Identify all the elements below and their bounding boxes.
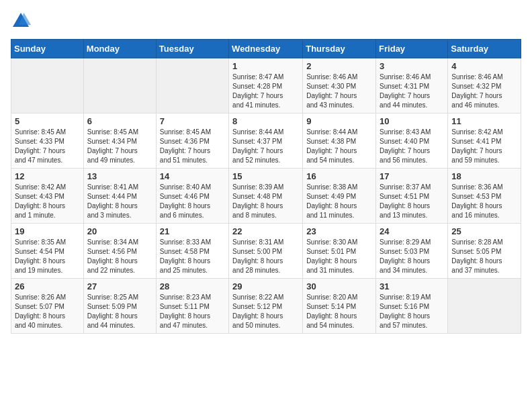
day-info: Sunrise: 8:40 AM Sunset: 4:46 PM Dayligh… — [160, 183, 225, 220]
day-info: Sunrise: 8:44 AM Sunset: 4:37 PM Dayligh… — [232, 128, 299, 165]
day-info: Sunrise: 8:35 AM Sunset: 4:54 PM Dayligh… — [15, 238, 80, 275]
calendar-cell: 3Sunrise: 8:46 AM Sunset: 4:31 PM Daylig… — [376, 58, 448, 113]
day-info: Sunrise: 8:42 AM Sunset: 4:41 PM Dayligh… — [451, 128, 517, 165]
day-info: Sunrise: 8:41 AM Sunset: 4:44 PM Dayligh… — [87, 183, 152, 220]
calendar-cell: 1Sunrise: 8:47 AM Sunset: 4:28 PM Daylig… — [229, 58, 303, 113]
day-number: 21 — [160, 226, 225, 236]
calendar-cell: 10Sunrise: 8:43 AM Sunset: 4:40 PM Dayli… — [376, 113, 448, 169]
day-number: 27 — [87, 281, 152, 291]
weekday-header: Tuesday — [156, 40, 228, 58]
day-info: Sunrise: 8:47 AM Sunset: 4:28 PM Dayligh… — [232, 73, 299, 110]
day-number: 16 — [306, 171, 372, 181]
calendar-week-row: 1Sunrise: 8:47 AM Sunset: 4:28 PM Daylig… — [11, 58, 521, 113]
calendar-cell: 19Sunrise: 8:35 AM Sunset: 4:54 PM Dayli… — [11, 224, 84, 279]
calendar-cell: 31Sunrise: 8:19 AM Sunset: 5:16 PM Dayli… — [376, 279, 448, 334]
calendar-cell — [156, 58, 228, 113]
calendar-cell: 9Sunrise: 8:44 AM Sunset: 4:38 PM Daylig… — [303, 113, 376, 169]
day-info: Sunrise: 8:19 AM Sunset: 5:16 PM Dayligh… — [380, 293, 444, 330]
calendar-week-row: 5Sunrise: 8:45 AM Sunset: 4:33 PM Daylig… — [11, 113, 521, 169]
day-number: 15 — [232, 171, 299, 181]
calendar-cell: 4Sunrise: 8:46 AM Sunset: 4:32 PM Daylig… — [448, 58, 521, 113]
calendar-cell: 24Sunrise: 8:29 AM Sunset: 5:03 PM Dayli… — [376, 224, 448, 279]
calendar-cell: 8Sunrise: 8:44 AM Sunset: 4:37 PM Daylig… — [229, 113, 303, 169]
day-info: Sunrise: 8:44 AM Sunset: 4:38 PM Dayligh… — [306, 128, 372, 165]
day-info: Sunrise: 8:38 AM Sunset: 4:49 PM Dayligh… — [306, 183, 372, 220]
calendar-cell: 29Sunrise: 8:22 AM Sunset: 5:12 PM Dayli… — [229, 279, 303, 334]
day-number: 3 — [380, 61, 444, 71]
day-info: Sunrise: 8:25 AM Sunset: 5:09 PM Dayligh… — [87, 293, 152, 330]
calendar-cell: 12Sunrise: 8:42 AM Sunset: 4:43 PM Dayli… — [11, 169, 84, 224]
day-info: Sunrise: 8:46 AM Sunset: 4:31 PM Dayligh… — [380, 73, 444, 110]
day-info: Sunrise: 8:45 AM Sunset: 4:36 PM Dayligh… — [160, 128, 225, 165]
day-number: 28 — [160, 281, 225, 291]
weekday-header: Wednesday — [229, 40, 303, 58]
day-number: 4 — [451, 61, 517, 71]
day-info: Sunrise: 8:20 AM Sunset: 5:14 PM Dayligh… — [306, 293, 372, 330]
calendar-cell: 2Sunrise: 8:46 AM Sunset: 4:30 PM Daylig… — [303, 58, 376, 113]
day-number: 8 — [232, 116, 299, 126]
day-info: Sunrise: 8:33 AM Sunset: 4:58 PM Dayligh… — [160, 238, 225, 275]
weekday-header: Friday — [376, 40, 448, 58]
day-number: 5 — [15, 116, 80, 126]
day-number: 10 — [380, 116, 444, 126]
weekday-header: Thursday — [303, 40, 376, 58]
calendar-cell: 27Sunrise: 8:25 AM Sunset: 5:09 PM Dayli… — [83, 279, 156, 334]
day-info: Sunrise: 8:31 AM Sunset: 5:00 PM Dayligh… — [232, 238, 299, 275]
day-info: Sunrise: 8:42 AM Sunset: 4:43 PM Dayligh… — [15, 183, 80, 220]
calendar-cell: 7Sunrise: 8:45 AM Sunset: 4:36 PM Daylig… — [156, 113, 228, 169]
day-number: 9 — [306, 116, 372, 126]
calendar-cell: 15Sunrise: 8:39 AM Sunset: 4:48 PM Dayli… — [229, 169, 303, 224]
calendar-header-row: SundayMondayTuesdayWednesdayThursdayFrid… — [11, 40, 521, 58]
day-number: 17 — [380, 171, 444, 181]
weekday-header: Saturday — [448, 40, 521, 58]
calendar-table: SundayMondayTuesdayWednesdayThursdayFrid… — [11, 39, 521, 334]
day-info: Sunrise: 8:43 AM Sunset: 4:40 PM Dayligh… — [380, 128, 444, 165]
day-number: 11 — [451, 116, 517, 126]
day-number: 26 — [15, 281, 80, 291]
calendar-cell: 18Sunrise: 8:36 AM Sunset: 4:53 PM Dayli… — [448, 169, 521, 224]
day-info: Sunrise: 8:45 AM Sunset: 4:33 PM Dayligh… — [15, 128, 80, 165]
day-info: Sunrise: 8:46 AM Sunset: 4:32 PM Dayligh… — [451, 73, 517, 110]
page-header — [11, 11, 521, 31]
calendar-cell — [11, 58, 84, 113]
day-number: 25 — [451, 226, 517, 236]
calendar-cell: 22Sunrise: 8:31 AM Sunset: 5:00 PM Dayli… — [229, 224, 303, 279]
calendar-cell: 25Sunrise: 8:28 AM Sunset: 5:05 PM Dayli… — [448, 224, 521, 279]
day-number: 7 — [160, 116, 225, 126]
day-info: Sunrise: 8:46 AM Sunset: 4:30 PM Dayligh… — [306, 73, 372, 110]
day-number: 12 — [15, 171, 80, 181]
calendar-cell: 14Sunrise: 8:40 AM Sunset: 4:46 PM Dayli… — [156, 169, 228, 224]
calendar-cell: 6Sunrise: 8:45 AM Sunset: 4:34 PM Daylig… — [83, 113, 156, 169]
day-number: 1 — [232, 61, 299, 71]
calendar-cell — [448, 279, 521, 334]
day-number: 19 — [15, 226, 80, 236]
calendar-week-row: 19Sunrise: 8:35 AM Sunset: 4:54 PM Dayli… — [11, 224, 521, 279]
day-number: 20 — [87, 226, 152, 236]
day-info: Sunrise: 8:23 AM Sunset: 5:11 PM Dayligh… — [160, 293, 225, 330]
logo-icon — [11, 11, 31, 31]
calendar-week-row: 26Sunrise: 8:26 AM Sunset: 5:07 PM Dayli… — [11, 279, 521, 334]
calendar-cell: 11Sunrise: 8:42 AM Sunset: 4:41 PM Dayli… — [448, 113, 521, 169]
day-number: 23 — [306, 226, 372, 236]
calendar-cell: 16Sunrise: 8:38 AM Sunset: 4:49 PM Dayli… — [303, 169, 376, 224]
day-info: Sunrise: 8:28 AM Sunset: 5:05 PM Dayligh… — [451, 238, 517, 275]
calendar-week-row: 12Sunrise: 8:42 AM Sunset: 4:43 PM Dayli… — [11, 169, 521, 224]
calendar-cell: 28Sunrise: 8:23 AM Sunset: 5:11 PM Dayli… — [156, 279, 228, 334]
calendar-cell: 23Sunrise: 8:30 AM Sunset: 5:01 PM Dayli… — [303, 224, 376, 279]
day-number: 13 — [87, 171, 152, 181]
day-number: 18 — [451, 171, 517, 181]
day-number: 2 — [306, 61, 372, 71]
day-number: 14 — [160, 171, 225, 181]
logo — [11, 11, 34, 31]
day-number: 30 — [306, 281, 372, 291]
day-info: Sunrise: 8:26 AM Sunset: 5:07 PM Dayligh… — [15, 293, 80, 330]
calendar-cell: 17Sunrise: 8:37 AM Sunset: 4:51 PM Dayli… — [376, 169, 448, 224]
calendar-cell: 13Sunrise: 8:41 AM Sunset: 4:44 PM Dayli… — [83, 169, 156, 224]
day-number: 31 — [380, 281, 444, 291]
calendar-cell: 20Sunrise: 8:34 AM Sunset: 4:56 PM Dayli… — [83, 224, 156, 279]
day-info: Sunrise: 8:39 AM Sunset: 4:48 PM Dayligh… — [232, 183, 299, 220]
day-number: 29 — [232, 281, 299, 291]
day-info: Sunrise: 8:34 AM Sunset: 4:56 PM Dayligh… — [87, 238, 152, 275]
day-number: 6 — [87, 116, 152, 126]
day-info: Sunrise: 8:37 AM Sunset: 4:51 PM Dayligh… — [380, 183, 444, 220]
